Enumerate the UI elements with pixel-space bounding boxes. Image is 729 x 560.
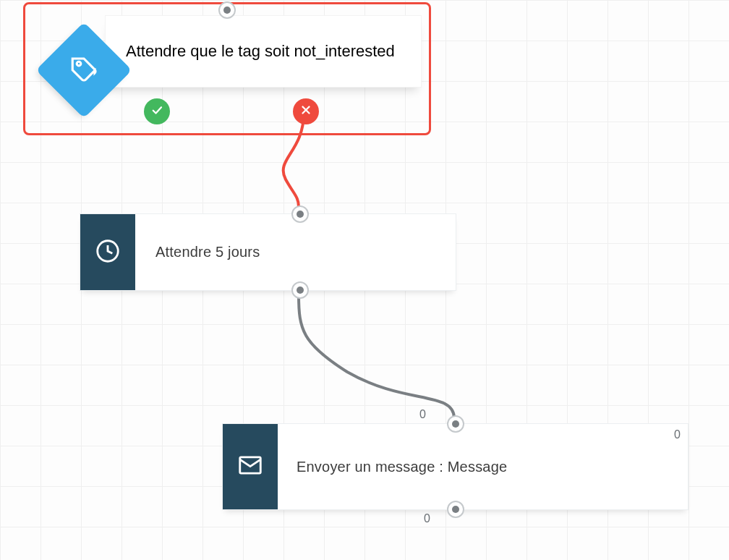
wait-node[interactable]: Attendre 5 jours <box>80 213 456 291</box>
message-icon-box <box>223 424 278 509</box>
wait-icon-box <box>80 214 135 290</box>
counter-top-left: 0 <box>419 408 426 421</box>
close-icon <box>299 103 312 119</box>
outcome-yes[interactable] <box>144 98 170 124</box>
outcome-no[interactable] <box>293 98 319 124</box>
check-icon <box>150 103 163 119</box>
wait-label: Attendre 5 jours <box>155 244 260 260</box>
port-in[interactable] <box>218 1 236 19</box>
port-in[interactable] <box>291 205 309 223</box>
clock-icon <box>94 237 122 268</box>
workflow-canvas[interactable]: Attendre que le tag soit not_interested <box>0 0 729 560</box>
condition-node[interactable]: Attendre que le tag soit not_interested <box>23 2 431 135</box>
mail-icon <box>236 451 264 482</box>
wait-body: Attendre 5 jours <box>135 214 456 290</box>
port-out[interactable] <box>447 501 464 518</box>
tag-icon <box>69 54 99 87</box>
message-label: Envoyer un message : Message <box>297 459 507 475</box>
counter-top-right: 0 <box>674 428 681 441</box>
port-out[interactable] <box>291 281 309 299</box>
counter-bottom: 0 <box>424 512 430 525</box>
message-node[interactable]: Envoyer un message : Message 0 0 0 <box>222 423 688 510</box>
message-body: Envoyer un message : Message <box>278 424 688 509</box>
port-in[interactable] <box>447 415 464 433</box>
condition-label: Attendre que le tag soit not_interested <box>126 42 395 61</box>
condition-card[interactable]: Attendre que le tag soit not_interested <box>105 15 422 88</box>
svg-point-0 <box>77 61 81 66</box>
